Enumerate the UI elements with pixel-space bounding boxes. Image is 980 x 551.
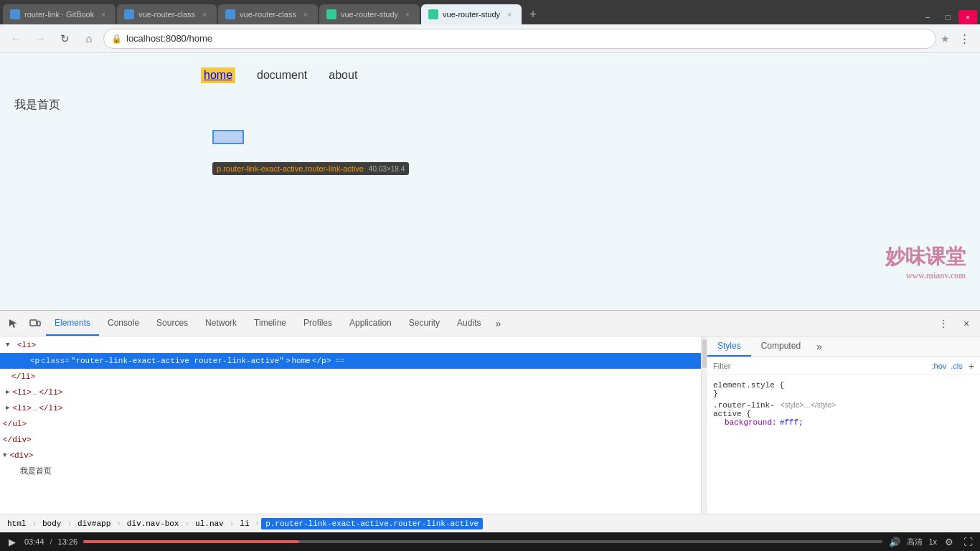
- dom-tag-li-close: </li>: [11, 370, 35, 383]
- tab-5[interactable]: vue-router-study ×: [421, 4, 522, 24]
- devtools-more-tabs-button[interactable]: »: [489, 318, 507, 329]
- address-text: localhost:8080/home: [126, 33, 928, 44]
- breadcrumb-body[interactable]: body: [38, 518, 65, 529]
- dom-line-div-open[interactable]: ▼ <div>: [0, 448, 701, 463]
- dom-tag-li3: <li>: [12, 402, 31, 415]
- dom-line-li3[interactable]: ► <li> … </li>: [0, 400, 701, 416]
- watermark-url: www.miaov.com: [885, 270, 966, 281]
- tab-audits[interactable]: Audits: [448, 311, 489, 336]
- style-rule-header: .router-link- <style>…</style>: [713, 401, 974, 410]
- dom-line-li-close[interactable]: </li>: [0, 369, 701, 385]
- tab-application[interactable]: Application: [341, 311, 400, 336]
- chrome-menu-button[interactable]: ⋮: [954, 29, 974, 49]
- tab-4[interactable]: vue-router-study ×: [319, 4, 420, 24]
- tab-close-3[interactable]: ×: [301, 9, 311, 19]
- tab-2[interactable]: vue-router-class ×: [117, 4, 217, 24]
- tab-label-4: vue-router-study: [341, 10, 398, 19]
- nav-link-about[interactable]: about: [329, 69, 357, 82]
- video-bar: ▶ 03:44 / 13:26 🔊 高清 1x ⚙ ⛶: [0, 532, 980, 551]
- nav-link-home[interactable]: home: [201, 67, 235, 83]
- dom-p-suffix: ==: [335, 354, 344, 367]
- tab-1[interactable]: router-link · GitBook ×: [3, 4, 116, 24]
- video-progress-bar[interactable]: [83, 540, 882, 543]
- page-area: home document about p.router-link-exact-…: [0, 53, 980, 310]
- video-fullscreen-button[interactable]: ⛶: [961, 535, 974, 548]
- home-page-button[interactable]: ⌂: [79, 29, 99, 49]
- tab-close-2[interactable]: ×: [199, 9, 209, 19]
- styles-filter-input[interactable]: [713, 362, 926, 370]
- tab-3[interactable]: vue-router-class ×: [218, 4, 318, 24]
- dom-attr-value: "router-link-exact-active router-link-ac…: [71, 354, 284, 367]
- bookmark-button[interactable]: ★: [941, 33, 950, 44]
- tab-label-5: vue-router-study: [443, 10, 500, 19]
- tab-network[interactable]: Network: [197, 311, 245, 336]
- breadcrumb-html[interactable]: html: [3, 518, 30, 529]
- cls-button[interactable]: .cls: [951, 362, 963, 370]
- dom-p-tag-end: </p>: [312, 354, 331, 367]
- tab-console[interactable]: Console: [99, 311, 148, 336]
- forward-button[interactable]: →: [30, 29, 50, 49]
- back-button[interactable]: ←: [6, 29, 26, 49]
- breadcrumb-div-nav-box[interactable]: div.nav-box: [123, 518, 184, 529]
- tab-label-1: router-link · GitBook: [24, 10, 94, 19]
- styles-tab-styles[interactable]: Styles: [707, 336, 751, 357]
- add-style-button[interactable]: +: [969, 360, 974, 372]
- tab-favicon-5: [428, 9, 438, 19]
- tab-timeline[interactable]: Timeline: [245, 311, 295, 336]
- video-speed-label[interactable]: 1x: [928, 537, 937, 546]
- tab-profiles[interactable]: Profiles: [295, 311, 341, 336]
- dom-line-p-selected[interactable]: <p class= "router-link-exact-active rout…: [0, 353, 701, 369]
- window-minimize-button[interactable]: −: [918, 10, 937, 24]
- devtools-scroll-thumb[interactable]: [702, 339, 707, 368]
- style-source-link[interactable]: <style>…</style>: [781, 401, 836, 409]
- tab-close-5[interactable]: ×: [504, 9, 514, 19]
- breadcrumb-ul-nav[interactable]: ul.nav: [191, 518, 228, 529]
- tab-sources[interactable]: Sources: [148, 311, 197, 336]
- devtools-menu-button[interactable]: ⋮: [933, 314, 954, 334]
- window-maximize-button[interactable]: □: [938, 10, 957, 24]
- styles-more-tabs[interactable]: »: [811, 336, 828, 357]
- window-controls: − □ ×: [918, 10, 980, 24]
- style-prop-background: background: #fff;: [725, 418, 974, 427]
- tab-close-1[interactable]: ×: [98, 9, 108, 19]
- watermark-text: 妙味课堂: [885, 245, 966, 268]
- tab-security[interactable]: Security: [400, 311, 448, 336]
- page-nav: home document about: [0, 53, 980, 90]
- page-home-text: 我是首页: [14, 98, 966, 113]
- style-sel-active: active {: [713, 410, 751, 418]
- dom-line-li-open[interactable]: ▼ <li>: [0, 336, 701, 353]
- dom-line-div-close[interactable]: </div>: [0, 432, 701, 448]
- devtools-close-button[interactable]: ×: [956, 314, 977, 334]
- breadcrumb-div-app[interactable]: div#app: [73, 518, 115, 529]
- device-toolbar-button[interactable]: [24, 314, 46, 334]
- dom-line-li2[interactable]: ► <li> … </li>: [0, 385, 701, 400]
- nav-link-document[interactable]: document: [257, 69, 307, 82]
- styles-filter-hov: :hov .cls: [932, 362, 963, 370]
- tab-elements[interactable]: Elements: [46, 311, 99, 336]
- video-play-button[interactable]: ▶: [6, 535, 19, 548]
- dom-line-ul-close[interactable]: </ul>: [0, 416, 701, 432]
- hov-button[interactable]: :hov: [932, 362, 947, 370]
- address-bar[interactable]: 🔒 localhost:8080/home: [103, 29, 936, 49]
- breadcrumb-p-active[interactable]: p.router-link-exact-active.router-link-a…: [261, 518, 483, 529]
- dom-p-text: home: [291, 354, 310, 367]
- devtools-panel: Elements Console Sources Network Timelin…: [0, 310, 980, 532]
- video-settings-button[interactable]: ⚙: [943, 535, 956, 548]
- devtools-scrollbar[interactable]: [702, 336, 707, 514]
- tab-close-4[interactable]: ×: [402, 9, 413, 19]
- window-close-button[interactable]: ×: [958, 10, 977, 24]
- styles-tab-computed[interactable]: Computed: [751, 336, 811, 357]
- video-hd-label[interactable]: 高清: [907, 537, 923, 547]
- style-prop-val-bg: #fff;: [780, 418, 804, 427]
- inspect-element-button[interactable]: [3, 314, 24, 334]
- new-tab-button[interactable]: +: [523, 4, 543, 24]
- tooltip-selector: p.router-link-exact-active.router-link-a…: [217, 164, 364, 173]
- breadcrumb-li[interactable]: li: [235, 518, 253, 529]
- breadcrumb-sep-3: ›: [184, 519, 189, 528]
- dom-line-chinese[interactable]: 我是首页: [0, 463, 701, 479]
- refresh-button[interactable]: ↻: [55, 29, 75, 49]
- tab-label-2: vue-router-class: [138, 10, 195, 19]
- tooltip-size: 40.03×18.4: [369, 165, 405, 173]
- video-volume-button[interactable]: 🔊: [888, 535, 901, 548]
- tab-favicon-3: [225, 9, 235, 19]
